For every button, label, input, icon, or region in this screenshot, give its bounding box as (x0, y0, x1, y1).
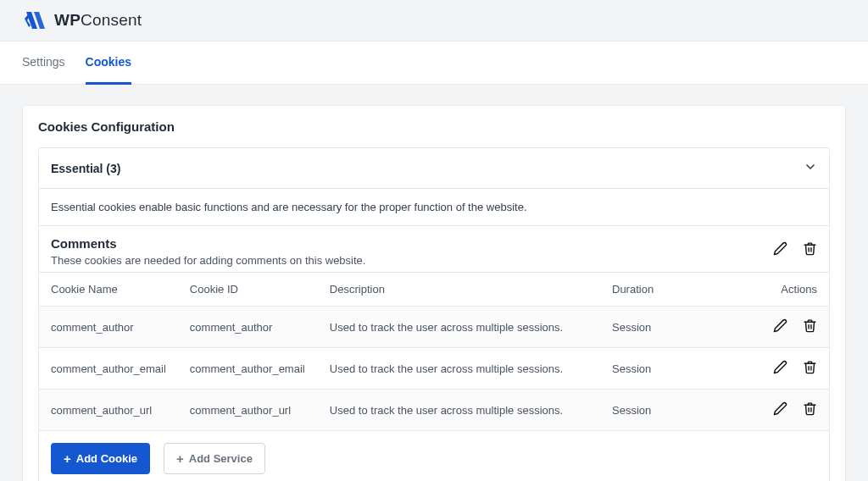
trash-icon (803, 318, 817, 335)
section-title: Essential (3) (51, 162, 120, 175)
cell-actions (744, 390, 829, 431)
tab-settings[interactable]: Settings (22, 41, 65, 84)
section-description: Essential cookies enable basic functions… (39, 189, 829, 225)
brand-icon (22, 10, 47, 30)
edit-icon (773, 360, 787, 377)
cookies-config-panel: Cookies Configuration Essential (3) Esse… (22, 105, 846, 481)
cell-description: Used to track the user across multiple s… (318, 348, 600, 390)
th-description: Description (318, 273, 600, 307)
cell-name: comment_author_email (39, 348, 178, 390)
table-row: comment_authorcomment_authorUsed to trac… (39, 307, 829, 348)
th-duration: Duration (600, 273, 744, 307)
add-cookie-button[interactable]: + Add Cookie (51, 443, 150, 474)
service-group: Comments These cookies are needed for ad… (39, 225, 829, 481)
delete-cookie-button[interactable] (803, 401, 817, 418)
edit-cookie-button[interactable] (773, 401, 787, 418)
delete-service-button[interactable] (803, 241, 817, 256)
trash-icon (803, 401, 817, 418)
cell-actions (744, 307, 829, 348)
cell-id: comment_author_url (178, 390, 318, 431)
th-name: Cookie Name (39, 273, 178, 307)
table-row: comment_author_emailcomment_author_email… (39, 348, 829, 390)
plus-icon: + (176, 452, 184, 465)
trash-icon (803, 360, 817, 377)
cell-duration: Session (600, 348, 744, 390)
edit-icon (773, 318, 787, 335)
brand-name: WPConsent (54, 11, 142, 30)
delete-cookie-button[interactable] (803, 360, 817, 377)
edit-service-button[interactable] (773, 241, 787, 256)
delete-cookie-button[interactable] (803, 318, 817, 335)
cell-actions (744, 348, 829, 390)
th-actions: Actions (744, 273, 829, 307)
th-id: Cookie ID (178, 273, 318, 307)
group-subtitle: These cookies are needed for adding comm… (51, 254, 365, 267)
table-row: comment_author_urlcomment_author_urlUsed… (39, 390, 829, 431)
edit-cookie-button[interactable] (773, 360, 787, 377)
section-essential: Essential (3) Essential cookies enable b… (38, 147, 830, 481)
plus-icon: + (64, 452, 71, 465)
trash-icon (803, 241, 817, 256)
chevron-down-icon (804, 160, 817, 176)
cell-name: comment_author_url (39, 390, 178, 431)
edit-cookie-button[interactable] (773, 318, 787, 335)
add-service-button[interactable]: + Add Service (164, 443, 265, 474)
cell-id: comment_author_email (178, 348, 318, 390)
cookies-table: Cookie Name Cookie ID Description Durati… (39, 272, 829, 431)
page-title: Cookies Configuration (23, 106, 845, 147)
edit-icon (773, 241, 787, 256)
edit-icon (773, 401, 787, 418)
cell-description: Used to track the user across multiple s… (318, 307, 600, 348)
cell-duration: Session (600, 307, 744, 348)
brand-logo: WPConsent (22, 8, 846, 41)
tab-cookies[interactable]: Cookies (86, 41, 131, 85)
group-title: Comments (51, 236, 365, 251)
cell-duration: Session (600, 390, 744, 431)
cell-name: comment_author (39, 307, 178, 348)
cell-description: Used to track the user across multiple s… (318, 390, 600, 431)
cell-id: comment_author (178, 307, 318, 348)
section-toggle[interactable]: Essential (3) (39, 148, 829, 189)
tab-bar: Settings Cookies (0, 41, 868, 85)
